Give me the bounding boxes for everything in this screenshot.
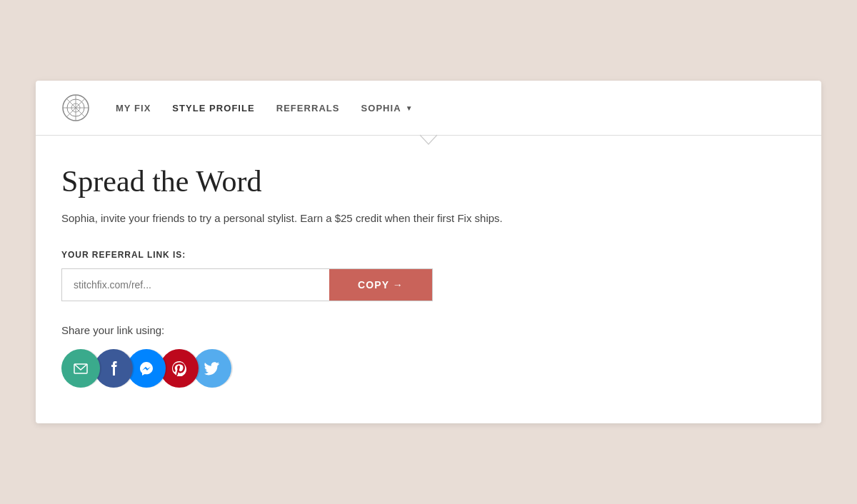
- twitter-icon: [204, 361, 220, 376]
- email-share-button[interactable]: [61, 349, 100, 388]
- twitter-share-button[interactable]: [193, 349, 231, 388]
- facebook-icon: [106, 361, 121, 376]
- referral-link-row: COPY →: [61, 268, 433, 301]
- pinterest-icon: [171, 361, 187, 376]
- nav-divider: [36, 135, 821, 136]
- share-label: Share your link using:: [61, 324, 796, 336]
- divider-chevron-icon: [420, 135, 437, 145]
- email-icon: [73, 361, 89, 376]
- copy-button[interactable]: COPY →: [329, 269, 432, 301]
- main-card: MY FIX STYLE PROFILE REFERRALS SOPHIA ▼ …: [36, 81, 821, 423]
- nav-style-profile[interactable]: STYLE PROFILE: [172, 103, 254, 114]
- user-name: SOPHIA: [361, 103, 401, 114]
- messenger-icon: [139, 361, 154, 376]
- user-menu[interactable]: SOPHIA ▼: [361, 103, 414, 114]
- nav-my-fix[interactable]: MY FIX: [116, 103, 151, 114]
- subtitle-text: Sophia, invite your friends to try a per…: [61, 210, 547, 227]
- logo-icon: [61, 94, 90, 122]
- chevron-down-icon: ▼: [406, 104, 414, 112]
- navigation: MY FIX STYLE PROFILE REFERRALS SOPHIA ▼: [36, 81, 821, 135]
- social-icons-row: [61, 349, 796, 388]
- facebook-share-button[interactable]: [94, 349, 133, 388]
- messenger-share-button[interactable]: [127, 349, 166, 388]
- referral-link-input[interactable]: [62, 269, 329, 301]
- pinterest-share-button[interactable]: [160, 349, 199, 388]
- referral-label: YOUR REFERRAL LINK IS:: [61, 250, 796, 260]
- nav-referrals[interactable]: REFERRALS: [276, 103, 340, 114]
- main-content: Spread the Word Sophia, invite your frie…: [36, 136, 821, 423]
- page-title: Spread the Word: [61, 164, 796, 198]
